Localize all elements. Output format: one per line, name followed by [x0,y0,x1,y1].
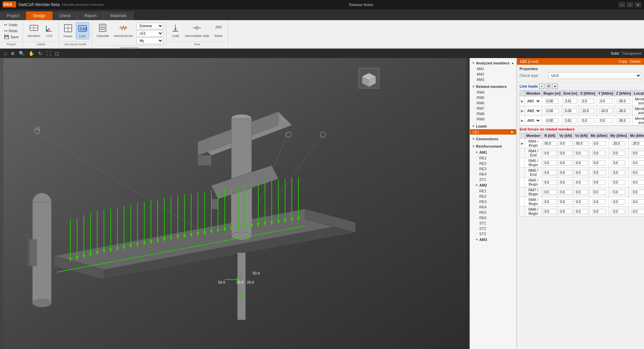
ef-mx-input-2[interactable] [592,160,606,165]
tree-item-rm7[interactable]: RM7 [470,106,516,111]
undo-button[interactable]: ↩ Undo [3,22,20,28]
ef-vz-7[interactable] [574,207,589,216]
ef-n-1[interactable] [542,148,558,158]
ef-n-4[interactable] [542,178,558,187]
ll-member-2[interactable]: AM3 [525,116,542,126]
reinforcement-header[interactable]: ▼ Reinforcement [470,143,516,149]
my-dropdown[interactable]: My [137,38,163,44]
ll-end-0[interactable] [562,96,579,106]
ef-my-input-5[interactable] [612,190,625,195]
members-button[interactable]: Members [26,22,42,39]
ef-n-input-3[interactable] [543,170,556,175]
ef-vz-input-6[interactable] [575,199,588,204]
load-button[interactable]: Load [169,22,182,39]
ef-mz-5[interactable] [629,187,644,197]
ll-y-1[interactable] [597,106,614,116]
ef-vy-4[interactable] [558,178,574,187]
tree-scroll-up[interactable]: ▲ [511,61,514,65]
tree-item-le1[interactable]: LE1 [470,129,516,135]
ef-vz-1[interactable] [574,148,589,158]
check-type-select[interactable]: ULS [548,72,641,79]
reinforcement-am2-header[interactable]: ▼ AM2 [470,182,516,188]
ef-mx-0[interactable] [589,139,609,148]
reinforcement-am3-header[interactable]: ▼ AM3 [470,237,516,243]
ef-mx-6[interactable] [589,197,609,207]
rebar-button[interactable]: Rebar [212,22,225,39]
expand-cell-0[interactable]: ▶ [520,96,525,106]
ef-vz-4[interactable] [574,178,589,187]
ef-vz-input-4[interactable] [575,180,588,185]
ef-n-input-0[interactable] [543,141,556,146]
ef-expand-0[interactable]: ▶ [520,139,525,148]
ef-mz-input-6[interactable] [632,199,644,204]
ll-x-0[interactable] [579,96,597,106]
ef-vy-0[interactable] [558,139,574,148]
reinforcement-am2-re4[interactable]: RE4 [470,204,516,210]
ll-begin-0[interactable] [542,96,562,106]
ef-vz-6[interactable] [574,197,589,207]
ef-mz-input-0[interactable] [632,141,644,146]
ef-vy-input-5[interactable] [559,190,572,195]
ef-my-5[interactable] [609,187,629,197]
ef-mz-3[interactable] [629,168,644,178]
ef-expand-2[interactable] [520,158,525,168]
ef-mx-4[interactable] [589,178,609,187]
ef-vy-7[interactable] [558,207,574,216]
ll-end-1[interactable] [562,106,579,116]
tree-item-rm6[interactable]: RM6 [470,100,516,106]
ef-my-2[interactable] [609,158,629,168]
ll-x-input-0[interactable] [581,99,594,104]
ef-mx-2[interactable] [589,158,609,168]
ll-end-input-0[interactable] [564,99,577,104]
delete-button[interactable]: Delete [630,59,641,63]
ll-begin-2[interactable] [542,116,562,126]
ef-vz-input-3[interactable] [575,170,588,175]
reinforcement-re4[interactable]: RE4 [470,171,516,177]
add-load-button[interactable]: + [539,84,544,89]
ll-y-input-1[interactable] [599,108,612,113]
pan-button[interactable]: ✋ [27,50,36,57]
ll-end-input-1[interactable] [564,108,577,113]
ef-mx-input-6[interactable] [592,199,606,204]
delete-load-button[interactable]: ✕ [552,84,558,89]
tree-item-am3[interactable]: AM3 [470,77,516,82]
ef-mz-7[interactable] [629,207,644,216]
ef-my-input-7[interactable] [612,209,625,214]
zoom-button[interactable]: 🔍 [17,50,26,57]
ef-expand-7[interactable] [520,207,525,216]
window-controls[interactable]: — □ ✕ [619,2,641,7]
lcs-button[interactable]: LCS [43,22,56,39]
rotate-button[interactable]: ↻ [37,50,44,57]
ll-begin-input-0[interactable] [545,99,559,104]
ef-n-input-1[interactable] [543,151,556,156]
ef-vz-input-7[interactable] [575,209,588,214]
transparent-label[interactable]: Transparent [622,51,641,55]
ef-n-input-2[interactable] [543,160,556,165]
ll-member-1[interactable]: AM2 [525,106,542,116]
ll-x-2[interactable] [579,116,597,126]
ef-vy-3[interactable] [558,168,574,178]
save-button[interactable]: 💾 Save [3,34,20,40]
tree-item-rm4[interactable]: RM4 [470,90,516,95]
frame-button[interactable]: Frame [62,22,74,39]
ef-mx-5[interactable] [589,187,609,197]
loads-header[interactable]: ▼ Loads [470,123,516,129]
ef-vy-input-7[interactable] [559,209,572,214]
reinforcement-st1[interactable]: ST1 [470,177,516,182]
tab-report[interactable]: Report [78,11,104,20]
ef-vz-2[interactable] [574,158,589,168]
ll-x-input-2[interactable] [581,118,594,123]
ef-n-3[interactable] [542,168,558,178]
ef-my-input-6[interactable] [612,199,625,204]
tree-item-am1[interactable]: AM1 [470,66,516,71]
maximize-button[interactable]: □ [627,2,633,7]
ll-y-input-2[interactable] [599,118,612,123]
zoom-extents-button[interactable]: ⊕ [9,50,16,57]
ef-expand-6[interactable] [520,197,525,207]
ef-vy-input-3[interactable] [559,170,572,175]
ef-vz-input-0[interactable] [575,141,588,146]
ef-vy-2[interactable] [558,158,574,168]
ef-vy-5[interactable] [558,187,574,197]
expand-cell-2[interactable]: ▶ [520,116,525,126]
intermediate-node-button[interactable]: + Intermediate node [183,22,211,39]
